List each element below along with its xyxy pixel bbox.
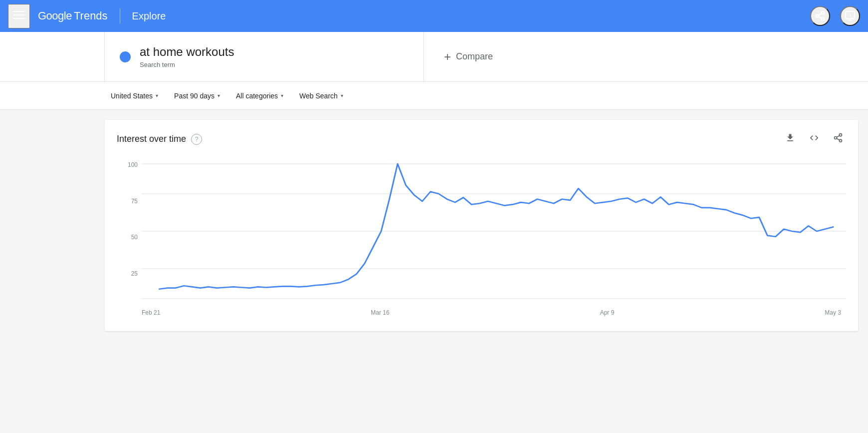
location-chevron-icon: ▾ <box>156 93 158 98</box>
time-range-filter[interactable]: Past 90 days ▾ <box>168 88 226 104</box>
trend-chart-svg <box>142 156 846 306</box>
svg-point-12 <box>840 134 842 136</box>
card-header: Interest over time ? <box>117 130 846 148</box>
category-filter[interactable]: All categories ▾ <box>230 88 289 104</box>
card-title: Interest over time <box>117 134 186 144</box>
svg-rect-2 <box>13 18 25 19</box>
search-type-filter[interactable]: Web Search ▾ <box>293 88 349 104</box>
y-label-75: 75 <box>117 198 138 205</box>
svg-point-13 <box>835 137 837 139</box>
search-area: at home workouts Search term + Compare <box>0 32 868 82</box>
svg-text:!: ! <box>850 13 851 18</box>
svg-line-15 <box>837 138 840 140</box>
search-term-container: at home workouts Search term <box>105 32 424 81</box>
svg-point-5 <box>822 18 825 20</box>
y-axis: 100 75 50 25 <box>117 156 142 306</box>
x-label-may3: May 3 <box>825 309 841 316</box>
svg-line-16 <box>837 135 840 137</box>
compare-button[interactable]: + Compare <box>444 50 493 64</box>
download-button[interactable] <box>782 130 798 148</box>
svg-point-3 <box>822 11 825 14</box>
page-title: Explore <box>132 10 166 22</box>
search-type-chevron-icon: ▾ <box>341 93 343 98</box>
svg-rect-0 <box>13 11 25 12</box>
feedback-button[interactable]: ! <box>840 6 860 26</box>
compare-container: + Compare <box>424 32 868 81</box>
compare-label: Compare <box>456 51 493 62</box>
help-icon[interactable]: ? <box>191 134 202 145</box>
app-logo: Google Trends <box>38 9 108 22</box>
menu-button[interactable] <box>8 4 30 28</box>
search-term-dot <box>120 51 131 62</box>
svg-line-6 <box>819 16 822 18</box>
search-term-type: Search term <box>140 61 234 68</box>
app-header: Google Trends Explore ! <box>0 0 868 32</box>
time-range-chevron-icon: ▾ <box>217 93 220 98</box>
card-title-area: Interest over time ? <box>117 134 202 145</box>
header-actions: ! <box>810 6 860 26</box>
main-content: Interest over time ? <box>0 110 868 410</box>
y-label-100: 100 <box>117 161 138 168</box>
svg-rect-1 <box>13 14 25 15</box>
y-label-25: 25 <box>117 270 138 277</box>
embed-button[interactable] <box>806 130 822 148</box>
chart-inner: 100 75 50 25 <box>117 156 846 306</box>
x-axis: Feb 21 Mar 16 Apr 9 May 3 <box>117 306 841 316</box>
svg-line-7 <box>819 13 822 15</box>
filter-bar: United States ▾ Past 90 days ▾ All categ… <box>0 82 868 110</box>
search-term-text: at home workouts Search term <box>140 45 234 68</box>
interest-over-time-card: Interest over time ? <box>105 120 858 331</box>
category-label: All categories <box>236 92 278 100</box>
y-label-50: 50 <box>117 234 138 241</box>
card-actions <box>782 130 846 148</box>
logo-google-text: Google <box>38 9 72 22</box>
share-chart-button[interactable] <box>830 130 846 148</box>
x-label-feb21: Feb 21 <box>142 309 160 316</box>
search-left-spacer <box>0 32 105 81</box>
category-chevron-icon: ▾ <box>281 93 283 98</box>
location-label: United States <box>111 92 153 100</box>
x-label-mar16: Mar 16 <box>371 309 389 316</box>
svg-point-4 <box>816 14 819 17</box>
logo-trends-text: Trends <box>74 9 108 22</box>
x-label-apr9: Apr 9 <box>600 309 615 316</box>
search-term-name[interactable]: at home workouts <box>140 45 234 59</box>
search-type-label: Web Search <box>299 92 338 100</box>
header-divider <box>120 8 120 23</box>
chart-wrapper: 100 75 50 25 <box>117 156 846 316</box>
share-button[interactable] <box>810 6 830 26</box>
compare-plus-icon: + <box>444 50 451 64</box>
svg-point-14 <box>840 139 842 142</box>
time-range-label: Past 90 days <box>174 92 215 100</box>
location-filter[interactable]: United States ▾ <box>105 88 164 104</box>
